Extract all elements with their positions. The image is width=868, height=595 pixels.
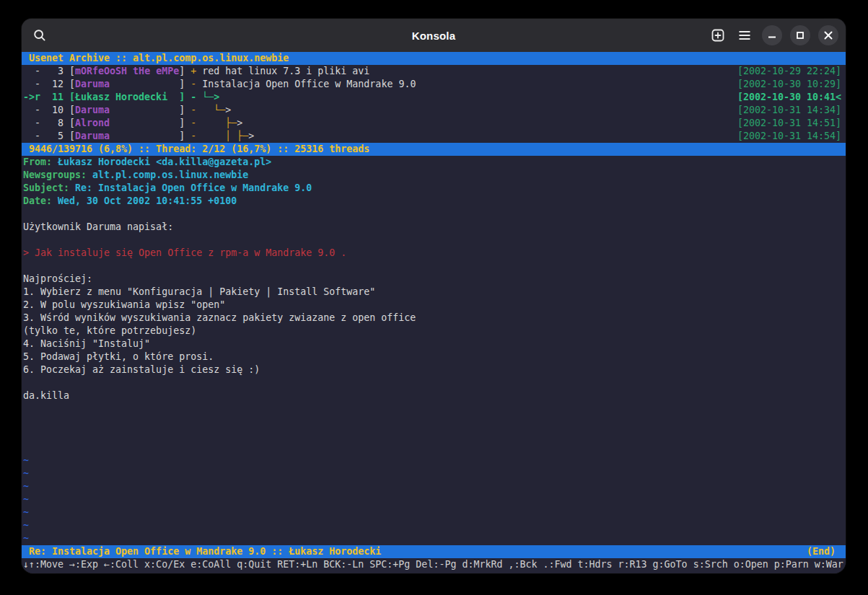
signature-line: da.killa bbox=[22, 389, 846, 402]
blank-line bbox=[22, 428, 846, 441]
thread-row-selected: ->r 11 [Łukasz Horodecki ] - └─>[2002-10… bbox=[22, 91, 846, 104]
minimize-icon bbox=[768, 31, 776, 40]
konsole-window: Konsola bbox=[22, 19, 846, 573]
body-line: Najprościej: bbox=[22, 273, 846, 286]
body-line: (tylko te, które potrzebujesz) bbox=[22, 325, 846, 338]
thread-row: - 12 [Daruma ] - Instalacja Open Office … bbox=[22, 78, 846, 91]
body-line: 2. W polu wyszukiwania wpisz "open" bbox=[22, 299, 846, 312]
quote-line: > Jak instaluje się Open Office z rpm-a … bbox=[22, 247, 846, 260]
thread-row: - 3 [mORfeOoSH tHe eMPe] + red hat linux… bbox=[22, 65, 846, 78]
close-button[interactable] bbox=[818, 25, 838, 45]
blank-line bbox=[22, 441, 846, 454]
header-date: Date: Wed, 30 Oct 2002 10:41:55 +0100 bbox=[22, 195, 846, 208]
close-icon bbox=[824, 31, 833, 40]
menu-icon bbox=[737, 28, 752, 43]
new-tab-button[interactable] bbox=[709, 26, 727, 45]
blank-line bbox=[22, 208, 846, 221]
header-from: From: Łukasz Horodecki <da.killa@gazeta.… bbox=[22, 156, 846, 169]
titlebar[interactable]: Konsola bbox=[22, 19, 846, 52]
article-status-bar: 9446/139716 (6,8%) :: Thread: 2/12 (16,7… bbox=[22, 143, 846, 156]
body-line: 6. Poczekaj aż zainstaluje i ciesz się :… bbox=[22, 363, 846, 376]
thread-row: - 10 [Daruma ] - └─>[2002-10-31 14:34] bbox=[22, 104, 846, 117]
header-subject: Subject: Re: Instalacja Open Office w Ma… bbox=[22, 182, 846, 195]
tilde-line: ~ bbox=[22, 532, 846, 545]
tilde-line: ~ bbox=[22, 480, 846, 493]
maximize-button[interactable] bbox=[790, 25, 810, 45]
tilde-line: ~ bbox=[22, 506, 846, 519]
tilde-line: ~ bbox=[22, 519, 846, 532]
body-line: Użytkownik Daruma napisał: bbox=[22, 221, 846, 234]
maximize-icon bbox=[796, 31, 805, 40]
tilde-line: ~ bbox=[22, 454, 846, 467]
body-line: 1. Wybierz z menu "Konfiguracja | Pakiet… bbox=[22, 286, 846, 299]
keybinding-bar: ↓↑:Move →:Exp ←:Coll x:Co/Ex e:CoAll q:Q… bbox=[22, 558, 846, 571]
menu-button[interactable] bbox=[735, 26, 754, 45]
blank-line bbox=[22, 402, 846, 415]
terminal[interactable]: Usenet Archive :: alt.pl.comp.os.linux.n… bbox=[22, 52, 846, 573]
blank-line bbox=[22, 376, 846, 389]
thread-row: - 8 [Alrond ] - ├─>[2002-10-31 14:51] bbox=[22, 117, 846, 130]
body-line: 5. Podawaj płytki, o które prosi. bbox=[22, 351, 846, 363]
search-icon bbox=[32, 28, 47, 43]
tilde-line: ~ bbox=[22, 467, 846, 480]
body-line: 4. Naciśnij "Instaluj" bbox=[22, 338, 846, 351]
blank-line bbox=[22, 260, 846, 273]
header-newsgroups: Newsgroups: alt.pl.comp.os.linux.newbie bbox=[22, 169, 846, 182]
search-button[interactable] bbox=[30, 26, 49, 45]
body-line: 3. Wśród wyników wyszukiwania zaznacz pa… bbox=[22, 312, 846, 325]
subject-footer-bar: Re: Instalacja Open Office w Mandrake 9.… bbox=[22, 545, 846, 558]
new-tab-icon bbox=[711, 28, 725, 43]
group-header-bar: Usenet Archive :: alt.pl.comp.os.linux.n… bbox=[22, 52, 846, 65]
thread-row: - 5 [Daruma ] - │ ├─>[2002-10-31 14:54] bbox=[22, 130, 846, 143]
blank-line bbox=[22, 415, 846, 428]
tilde-line: ~ bbox=[22, 493, 846, 506]
minimize-button[interactable] bbox=[762, 25, 782, 45]
blank-line bbox=[22, 234, 846, 247]
